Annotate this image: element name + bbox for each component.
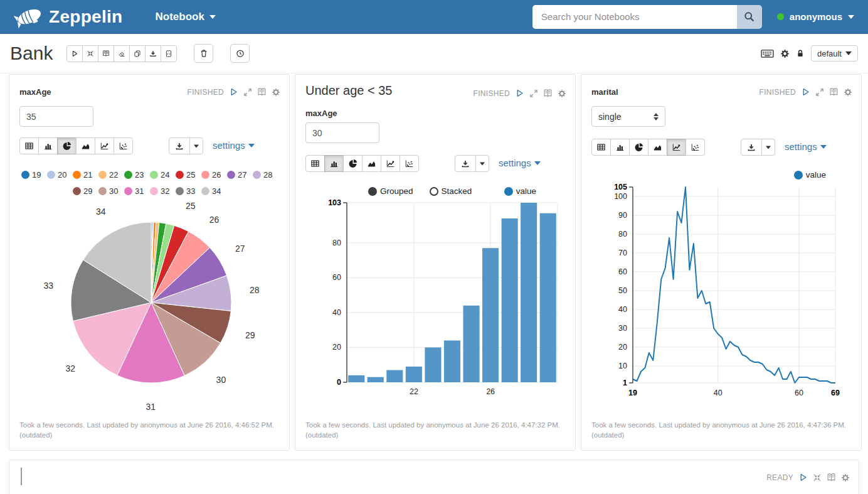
svg-text:22: 22 [410,387,418,396]
clear-output-button[interactable] [114,45,130,62]
download-button[interactable] [455,155,476,172]
paragraph-gear-icon[interactable] [844,88,852,97]
expand-icon[interactable] [243,88,252,97]
compress-icon[interactable] [813,473,822,482]
legend-item[interactable]: 22 [98,166,124,183]
viz-table-button[interactable] [591,139,611,156]
toggle-code-button[interactable] [98,45,114,62]
legend-item[interactable]: 23 [124,166,150,183]
notebook-menu[interactable]: Notebook [156,11,216,23]
show-editor-icon[interactable] [829,87,839,97]
collapse-paragraphs-button[interactable] [82,45,98,62]
viz-area-button[interactable] [362,155,381,172]
note-config-gear-icon[interactable] [780,49,790,58]
maxage-input[interactable] [19,106,93,127]
settings-label: settings [213,140,245,151]
maxage-input[interactable] [305,122,379,143]
legend-item[interactable]: 20 [47,166,73,183]
footer-line2: (outdated) [19,430,279,440]
expand-icon[interactable] [815,88,824,97]
search-input[interactable] [532,5,737,29]
run-all-button[interactable] [66,45,83,62]
legend-item[interactable]: 25 [176,166,201,183]
show-editor-icon[interactable] [543,89,553,98]
svg-text:10: 10 [618,362,627,370]
settings-link[interactable]: settings [499,158,541,168]
clone-note-button[interactable] [129,45,146,62]
grouped-radio[interactable]: Grouped [368,186,413,196]
search-button[interactable] [737,5,762,29]
run-paragraph-icon[interactable] [798,473,808,482]
legend-item[interactable]: 21 [73,166,98,183]
viz-pie-button[interactable] [343,155,363,172]
svg-text:90: 90 [618,211,627,220]
settings-link[interactable]: settings [785,141,827,152]
viz-bar-button[interactable] [610,139,630,156]
download-group [741,139,775,156]
svg-text:50: 50 [618,286,627,295]
paragraph-empty-editor[interactable]: READY [9,459,859,494]
viz-pie-button[interactable] [57,137,77,154]
note-title[interactable]: Bank [10,43,53,64]
viz-table-button[interactable] [305,155,325,172]
download-caret-button[interactable] [189,137,203,154]
viz-scatter-button[interactable] [114,137,133,154]
paragraph-gear-icon[interactable] [272,88,280,97]
viz-bar-button[interactable] [324,155,344,172]
run-paragraph-icon[interactable] [515,89,524,98]
legend-item[interactable]: 28 [253,166,278,183]
form-label: marital [591,87,618,97]
scheduler-button[interactable] [230,44,250,63]
run-paragraph-icon[interactable] [801,87,810,97]
viz-bar-button[interactable] [38,137,58,154]
svg-text:20: 20 [332,343,341,352]
expand-icon[interactable] [529,89,538,98]
chevron-down-icon [848,15,854,19]
settings-link[interactable]: settings [213,140,255,151]
svg-text:0: 0 [337,378,341,387]
viz-area-button[interactable] [648,139,667,156]
note-header-right: default [761,45,858,62]
paragraph-footer: Took a few seconds. Last updated by anon… [19,420,279,440]
stacked-radio[interactable]: Stacked [430,186,472,196]
zeppelin-logo[interactable]: Zeppelin [14,4,123,30]
export-note-button[interactable] [145,45,161,62]
marital-select[interactable]: single [591,106,665,127]
footer-line1: Took a few seconds. Last updated by anon… [591,420,851,430]
viz-area-button[interactable] [76,137,95,154]
viz-scatter-button[interactable] [685,139,705,156]
download-button[interactable] [169,137,190,154]
delete-note-button[interactable] [194,44,213,63]
download-caret-button[interactable] [761,139,775,156]
paragraph-gear-icon[interactable] [841,473,850,482]
show-editor-icon[interactable] [827,473,836,482]
download-button[interactable] [741,139,762,156]
paragraph-gear-icon[interactable] [558,89,566,98]
viz-line-button[interactable] [667,139,686,156]
radio-selected-dot [368,187,377,196]
user-menu[interactable]: anonymous [777,11,854,22]
legend-dot [201,171,209,179]
shortcuts-keyboard-icon[interactable] [761,49,774,58]
permissions-lock-icon[interactable] [796,49,805,58]
legend-item[interactable]: 24 [150,166,176,183]
commit-note-button[interactable] [161,45,177,62]
viz-line-button[interactable] [381,155,400,172]
show-editor-icon[interactable] [257,87,267,97]
run-paragraph-icon[interactable] [229,87,238,97]
legend-label: 26 [212,170,221,180]
chevron-down-icon [209,15,216,19]
download-caret-button[interactable] [475,155,489,172]
viz-pie-button[interactable] [629,139,648,156]
settings-label: settings [499,158,531,168]
viz-line-button[interactable] [95,137,114,154]
legend-item[interactable]: 26 [201,166,227,183]
interpreter-binding-button[interactable]: default [811,45,858,62]
series-legend-value[interactable]: value [794,170,826,180]
viz-table-button[interactable] [19,137,39,154]
legend-item[interactable]: 27 [227,166,253,183]
viz-scatter-button[interactable] [400,155,419,172]
legend-item[interactable]: 19 [21,166,47,183]
series-legend-value[interactable]: value [504,186,536,196]
status-text: FINISHED [188,88,224,97]
